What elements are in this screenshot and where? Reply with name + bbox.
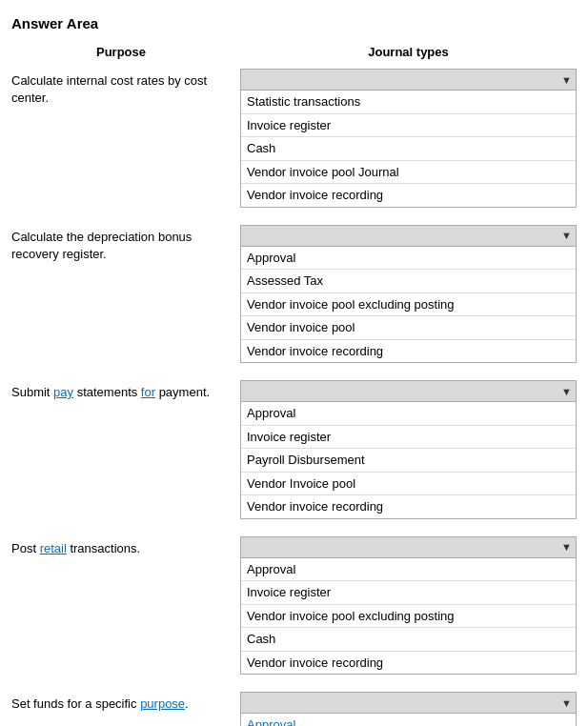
chevron-down-icon-4[interactable]: ▼ — [561, 541, 572, 553]
purpose-4: Post retail transactions. — [11, 536, 240, 557]
section-4: Post retail transactions.▼ApprovalInvoic… — [11, 536, 577, 676]
purpose-2: Calculate the depreciation bonus recover… — [11, 225, 240, 263]
dropdown-item-2-2[interactable]: Assessed Tax — [241, 270, 576, 293]
chevron-down-icon-2[interactable]: ▼ — [561, 230, 572, 241]
dropdown-item-3-5[interactable]: Vendor invoice recording — [241, 495, 576, 518]
dropdown-3[interactable]: ▼ApprovalInvoice registerPayroll Disburs… — [240, 380, 577, 519]
dropdown-header-5[interactable]: ▼ — [241, 693, 576, 714]
chevron-down-icon-1[interactable]: ▼ — [561, 74, 572, 86]
dropdown-header-2[interactable]: ▼ — [241, 226, 576, 247]
section-3: Submit pay statements for payment.▼Appro… — [11, 380, 577, 519]
purpose-1: Calculate internal cost rates by cost ce… — [11, 69, 240, 107]
dropdown-item-1-1[interactable]: Statistic transactions — [241, 91, 576, 114]
dropdown-1[interactable]: ▼Statistic transactionsInvoice registerC… — [240, 69, 577, 208]
chevron-down-icon-3[interactable]: ▼ — [561, 386, 572, 397]
dropdown-5[interactable]: ▼ApprovalInvoice registerVendor invoice … — [240, 692, 577, 726]
section-2: Calculate the depreciation bonus recover… — [11, 225, 577, 364]
dropdown-item-4-2[interactable]: Invoice register — [241, 581, 576, 605]
dropdown-2[interactable]: ▼ApprovalAssessed TaxVendor invoice pool… — [240, 225, 577, 364]
dropdown-item-3-1[interactable]: Approval — [241, 402, 576, 426]
section-1: Calculate internal cost rates by cost ce… — [11, 69, 577, 208]
dropdown-item-5-1[interactable]: Approval — [241, 714, 576, 726]
table-header: Purpose Journal types — [11, 45, 577, 59]
dropdown-item-4-3[interactable]: Vendor invoice pool excluding posting — [241, 605, 576, 629]
dropdown-item-1-4[interactable]: Vendor invoice pool Journal — [241, 161, 576, 185]
dropdown-item-2-3[interactable]: Vendor invoice pool excluding posting — [241, 293, 576, 317]
dropdown-header-3[interactable]: ▼ — [241, 381, 576, 402]
dropdown-item-4-1[interactable]: Approval — [241, 558, 576, 582]
dropdown-header-4[interactable]: ▼ — [241, 537, 576, 558]
dropdown-4[interactable]: ▼ApprovalInvoice registerVendor invoice … — [240, 536, 577, 676]
sections-container: Calculate internal cost rates by cost ce… — [11, 69, 577, 726]
dropdown-item-1-2[interactable]: Invoice register — [241, 114, 576, 138]
header-purpose: Purpose — [11, 45, 240, 59]
chevron-down-icon-5[interactable]: ▼ — [561, 697, 572, 709]
page-title: Answer Area — [11, 15, 577, 31]
purpose-5: Set funds for a specific purpose. — [11, 692, 240, 713]
dropdown-item-4-4[interactable]: Cash — [241, 628, 576, 652]
section-5: Set funds for a specific purpose.▼Approv… — [11, 692, 577, 726]
dropdown-item-3-3[interactable]: Payroll Disbursement — [241, 449, 576, 473]
purpose-3: Submit pay statements for payment. — [11, 380, 240, 401]
dropdown-item-1-5[interactable]: Vendor invoice recording — [241, 184, 576, 207]
dropdown-item-4-5[interactable]: Vendor invoice recording — [241, 652, 576, 675]
dropdown-item-1-3[interactable]: Cash — [241, 137, 576, 161]
dropdown-item-2-5[interactable]: Vendor invoice recording — [241, 340, 576, 363]
dropdown-header-1[interactable]: ▼ — [241, 70, 576, 91]
dropdown-item-2-4[interactable]: Vendor invoice pool — [241, 316, 576, 340]
header-journal-types: Journal types — [240, 45, 577, 59]
dropdown-item-3-2[interactable]: Invoice register — [241, 426, 576, 450]
dropdown-item-3-4[interactable]: Vendor Invoice pool — [241, 473, 576, 496]
dropdown-item-2-1[interactable]: Approval — [241, 247, 576, 271]
